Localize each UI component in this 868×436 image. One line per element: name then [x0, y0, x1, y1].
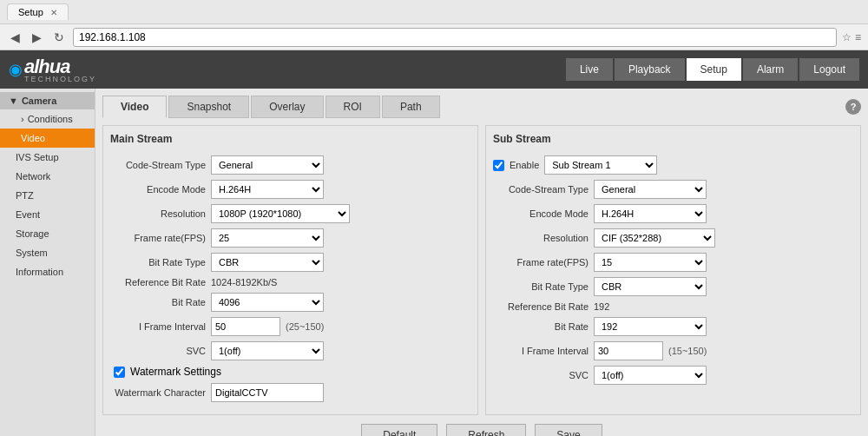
- content-tabs-left: Video Snapshot Overlay ROI Path: [102, 96, 440, 118]
- sidebar-label-system: System: [16, 248, 48, 258]
- sub-refbitrate-value: 192: [594, 301, 609, 312]
- main-svc-select[interactable]: 1(off): [211, 341, 324, 360]
- nav-setup[interactable]: Setup: [687, 58, 741, 81]
- main-resolution-label: Resolution: [110, 208, 206, 219]
- watermark-label: Watermark Settings: [130, 366, 221, 378]
- sidebar-section-camera: ▼ Camera: [0, 92, 95, 109]
- browser-tab: Setup ✕: [7, 3, 69, 20]
- app-header: ◉ alhua TECHNOLOGY Live Playback Setup A…: [0, 50, 868, 89]
- default-button[interactable]: Default: [361, 424, 437, 436]
- sidebar-item-system[interactable]: System: [0, 243, 95, 262]
- sub-iframe-input[interactable]: [594, 341, 663, 360]
- content-area: Video Snapshot Overlay ROI Path ? Main S…: [95, 89, 868, 436]
- forward-button[interactable]: ▶: [29, 29, 45, 46]
- sidebar-label-ivs: IVS Setup: [16, 152, 59, 162]
- sub-refbitrate-row: Reference Bit Rate 192: [493, 301, 853, 312]
- main-encode-select[interactable]: H.264H: [211, 180, 324, 199]
- nav-playback[interactable]: Playback: [615, 58, 685, 81]
- tab-snapshot[interactable]: Snapshot: [168, 96, 249, 118]
- main-iframe-input[interactable]: [211, 317, 280, 336]
- watermark-checkbox[interactable]: [114, 367, 125, 378]
- sidebar-item-ptz[interactable]: PTZ: [0, 186, 95, 205]
- main-resolution-row: Resolution 1080P (1920*1080): [110, 204, 470, 223]
- tab-close-icon[interactable]: ✕: [50, 8, 57, 17]
- nav-live[interactable]: Live: [566, 58, 613, 81]
- save-button[interactable]: Save: [535, 424, 602, 436]
- sub-bitratetype-select[interactable]: CBR: [594, 277, 707, 296]
- sub-enable-checkbox[interactable]: [493, 160, 504, 171]
- sidebar: ▼ Camera › Conditions Video IVS Setup Ne…: [0, 89, 95, 436]
- sidebar-arrow-conditions: ›: [21, 114, 24, 124]
- back-button[interactable]: ◀: [7, 29, 23, 46]
- sub-encode-select[interactable]: H.264H: [594, 204, 707, 223]
- form-columns: Main Stream Code-Stream Type General Enc…: [102, 125, 861, 415]
- logo-icon: ◉: [9, 60, 23, 79]
- address-bar[interactable]: [73, 28, 837, 47]
- sub-resolution-label: Resolution: [493, 233, 589, 243]
- sub-bitratetype-label: Bit Rate Type: [493, 281, 589, 292]
- main-fps-select[interactable]: 25: [211, 228, 324, 248]
- main-fps-row: Frame rate(FPS) 25: [110, 228, 470, 248]
- browser-nav: ◀ ▶ ↻ ☆ ≡: [0, 24, 868, 50]
- sub-fps-select[interactable]: 15: [594, 253, 707, 272]
- sidebar-label-conditions: Conditions: [28, 114, 73, 124]
- sidebar-label-ptz: PTZ: [16, 190, 34, 201]
- sub-enable-label: Enable: [510, 160, 539, 170]
- nav-logout[interactable]: Logout: [799, 58, 859, 81]
- nav-alarm[interactable]: Alarm: [743, 58, 798, 81]
- tab-roi[interactable]: ROI: [326, 96, 380, 118]
- sidebar-label-network: Network: [16, 171, 50, 182]
- sidebar-item-storage[interactable]: Storage: [0, 224, 95, 243]
- sub-bitratetype-row: Bit Rate Type CBR: [493, 277, 853, 296]
- sub-codestream-label: Code-Stream Type: [493, 184, 589, 195]
- sidebar-item-ivs[interactable]: IVS Setup: [0, 148, 95, 167]
- watermark-char-input[interactable]: [211, 383, 324, 402]
- refresh-button[interactable]: ↻: [50, 29, 68, 46]
- sub-codestream-row: Code-Stream Type General: [493, 180, 853, 199]
- sidebar-label-event: Event: [16, 209, 40, 220]
- main-bitrate-row: Bit Rate 4096: [110, 293, 470, 312]
- main-refbitrate-label: Reference Bit Rate: [110, 277, 206, 287]
- main-svc-label: SVC: [110, 346, 206, 356]
- sub-bitrate-select[interactable]: 192: [594, 317, 707, 336]
- menu-icon[interactable]: ≡: [855, 31, 861, 43]
- camera-section-arrow: ▼: [9, 96, 18, 106]
- main-bitrate-label: Bit Rate: [110, 297, 206, 307]
- tab-overlay[interactable]: Overlay: [251, 96, 323, 118]
- main-bitrate-select[interactable]: 4096: [211, 293, 324, 312]
- sub-fps-row: Frame rate(FPS) 15: [493, 253, 853, 272]
- main-encode-label: Encode Mode: [110, 184, 206, 195]
- star-icon[interactable]: ☆: [842, 31, 852, 43]
- sidebar-item-video[interactable]: Video: [0, 129, 95, 148]
- sub-stream-title-row: Sub Stream: [493, 133, 853, 149]
- sub-stream-select[interactable]: Sub Stream 1 Sub Stream 2: [544, 155, 657, 175]
- sub-stream-column: Sub Stream Enable Sub Stream 1 Sub Strea…: [485, 125, 861, 415]
- main-codestream-row: Code-Stream Type General: [110, 155, 470, 175]
- watermark-check-row: Watermark Settings: [114, 366, 470, 378]
- sidebar-item-event[interactable]: Event: [0, 205, 95, 224]
- main-codestream-label: Code-Stream Type: [110, 160, 206, 170]
- sub-enable-row: Enable Sub Stream 1 Sub Stream 2: [493, 155, 853, 175]
- main-codestream-select[interactable]: General: [211, 155, 324, 175]
- main-bitratetype-row: Bit Rate Type CBR: [110, 253, 470, 272]
- tab-video[interactable]: Video: [102, 96, 167, 118]
- sidebar-label-information: Information: [16, 267, 63, 277]
- sidebar-item-information[interactable]: Information: [0, 262, 95, 281]
- main-refbitrate-row: Reference Bit Rate 1024-8192Kb/S: [110, 277, 470, 287]
- main-resolution-select[interactable]: 1080P (1920*1080): [211, 204, 350, 223]
- sidebar-item-conditions[interactable]: › Conditions: [0, 109, 95, 129]
- sidebar-section-title: Camera: [22, 96, 56, 106]
- sub-codestream-select[interactable]: General: [594, 180, 707, 199]
- main-iframe-row: I Frame Interval (25~150): [110, 317, 470, 336]
- logo-area: ◉ alhua TECHNOLOGY: [9, 56, 96, 83]
- main-iframe-hint: (25~150): [286, 321, 324, 332]
- tab-path[interactable]: Path: [382, 96, 440, 118]
- refresh-button[interactable]: Refresh: [446, 424, 526, 436]
- sub-svc-select[interactable]: 1(off): [594, 366, 707, 385]
- help-icon[interactable]: ?: [845, 99, 861, 115]
- sidebar-item-network[interactable]: Network: [0, 167, 95, 186]
- main-bitratetype-select[interactable]: CBR: [211, 253, 324, 272]
- sub-resolution-select[interactable]: CIF (352*288): [594, 228, 715, 248]
- browser-titlebar: Setup ✕: [0, 0, 868, 24]
- sidebar-label-video: Video: [21, 133, 45, 143]
